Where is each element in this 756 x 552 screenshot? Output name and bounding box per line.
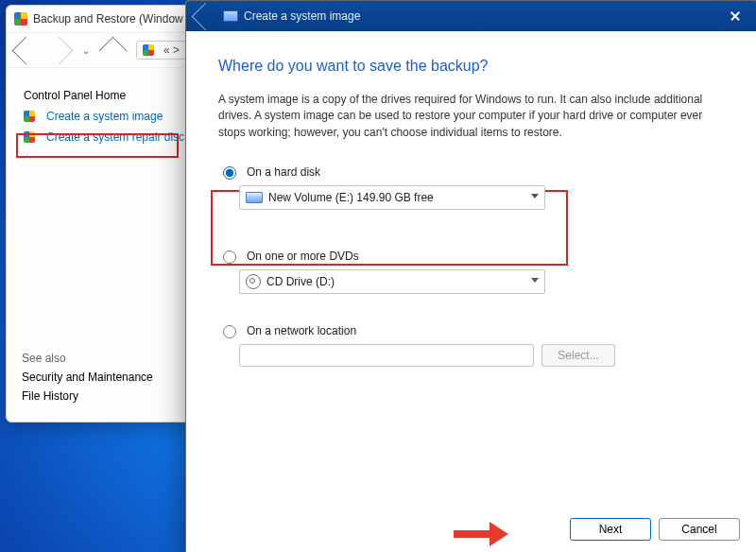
dialog-titlebar[interactable]: Create a system image [186, 1, 756, 31]
option-network[interactable]: On a network location [218, 322, 725, 338]
address-chevron-icon: « > [163, 43, 180, 57]
highlight-box-sidebar [16, 133, 179, 158]
chevron-down-icon [531, 194, 539, 198]
create-system-image-dialog: Create a system image Where do you want … [185, 0, 756, 552]
next-button[interactable]: Next [570, 518, 651, 541]
shield-icon [143, 44, 154, 56]
network-path-input[interactable] [239, 344, 534, 367]
dialog-heading: Where do you want to save the backup? [218, 58, 725, 75]
cancel-button[interactable]: Cancel [659, 518, 740, 541]
hard-disk-dropdown[interactable]: New Volume (E:) 149.90 GB free [239, 185, 545, 210]
shield-icon [14, 12, 27, 26]
select-network-button: Select... [541, 344, 615, 367]
radio-network[interactable] [223, 325, 236, 338]
address-bar[interactable]: « > [136, 41, 186, 60]
dialog-footer: Next Cancel [186, 506, 756, 552]
radio-hard-disk[interactable] [223, 166, 236, 180]
link-security-maintenance[interactable]: Security and Maintenance [22, 371, 153, 384]
option-hard-disk[interactable]: On a hard disk [218, 164, 725, 180]
close-button[interactable] [713, 1, 756, 31]
cd-icon [246, 274, 261, 289]
dvd-value: CD Drive (D:) [266, 275, 335, 288]
close-icon [730, 10, 741, 22]
see-also-header: See also [22, 352, 153, 365]
nav-back-icon[interactable] [12, 36, 41, 64]
bg-window-title: Backup and Restore (Window [33, 12, 183, 26]
disk-icon [223, 10, 238, 22]
dialog-back-icon[interactable] [192, 2, 220, 30]
hard-disk-value: New Volume (E:) 149.90 GB free [268, 191, 434, 204]
option-hard-disk-group: On a hard disk New Volume (E:) 149.90 GB… [218, 164, 725, 210]
chevron-down-icon [531, 278, 539, 283]
dvd-dropdown[interactable]: CD Drive (D:) [239, 269, 545, 294]
nav-up-icon[interactable] [99, 36, 128, 64]
desktop: Backup and Restore (Window ⌄ « > Control… [0, 0, 756, 552]
dialog-title: Create a system image [244, 9, 360, 23]
dialog-body: Where do you want to save the backup? A … [186, 31, 756, 552]
drive-icon [246, 192, 263, 203]
shield-icon [24, 111, 35, 122]
link-file-history[interactable]: File History [22, 389, 153, 403]
option-network-group: On a network location Select... [218, 322, 725, 367]
see-also-section: See also Security and Maintenance File H… [22, 346, 153, 408]
nav-history-chevron-icon[interactable]: ⌄ [82, 45, 90, 56]
nav-forward-icon[interactable] [45, 36, 74, 64]
dialog-description: A system image is a copy of the drives r… [218, 92, 719, 141]
